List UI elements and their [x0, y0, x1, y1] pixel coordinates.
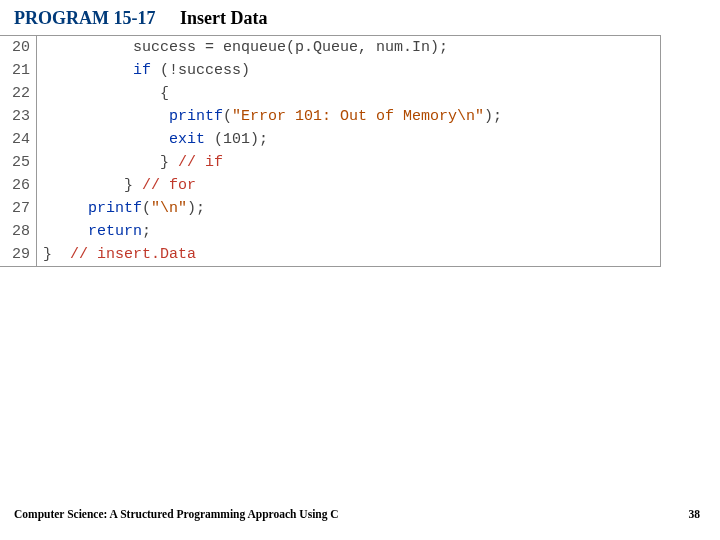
code-line: 22 {	[0, 82, 660, 105]
line-number: 20	[0, 36, 37, 59]
line-number: 26	[0, 174, 37, 197]
code-listing: 20 success = enqueue(p.Queue, num.In);21…	[0, 35, 661, 267]
slide-footer: Computer Science: A Structured Programmi…	[14, 508, 700, 520]
code-text: success = enqueue(p.Queue, num.In);	[37, 36, 448, 59]
code-line: 29} // insert.Data	[0, 243, 660, 266]
footer-book-title: Computer Science: A Structured Programmi…	[14, 508, 339, 520]
line-number: 23	[0, 105, 37, 128]
code-text: if (!success)	[37, 59, 250, 82]
footer-page-number: 38	[689, 508, 701, 520]
line-number: 29	[0, 243, 37, 266]
code-line: 21 if (!success)	[0, 59, 660, 82]
code-text: } // insert.Data	[37, 243, 196, 266]
code-text: } // if	[37, 151, 223, 174]
line-number: 21	[0, 59, 37, 82]
slide-header: PROGRAM 15-17 Insert Data	[0, 0, 720, 35]
code-line: 25 } // if	[0, 151, 660, 174]
code-line: 23 printf("Error 101: Out of Memory\n");	[0, 105, 660, 128]
code-text: exit (101);	[37, 128, 268, 151]
code-line: 27 printf("\n");	[0, 197, 660, 220]
line-number: 28	[0, 220, 37, 243]
code-line: 24 exit (101);	[0, 128, 660, 151]
code-line: 20 success = enqueue(p.Queue, num.In);	[0, 36, 660, 59]
code-text: printf("Error 101: Out of Memory\n");	[37, 105, 502, 128]
line-number: 22	[0, 82, 37, 105]
program-title: Insert Data	[180, 8, 268, 28]
code-text: return;	[37, 220, 151, 243]
line-number: 27	[0, 197, 37, 220]
code-line: 26 } // for	[0, 174, 660, 197]
program-label: PROGRAM 15-17	[14, 8, 155, 28]
code-text: } // for	[37, 174, 196, 197]
line-number: 25	[0, 151, 37, 174]
code-text: {	[37, 82, 169, 105]
code-line: 28 return;	[0, 220, 660, 243]
code-text: printf("\n");	[37, 197, 205, 220]
line-number: 24	[0, 128, 37, 151]
